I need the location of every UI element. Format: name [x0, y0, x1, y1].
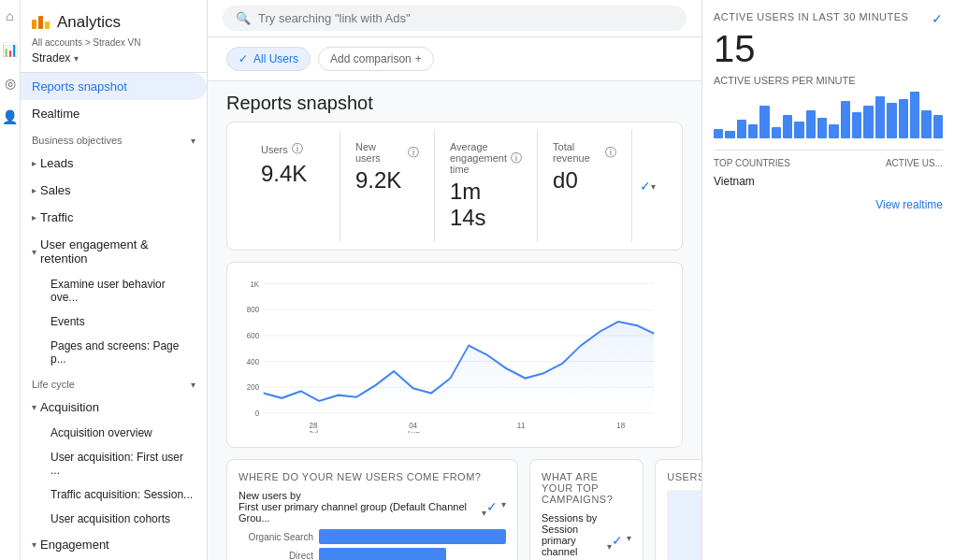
nav-sales[interactable]: ▸ Sales [21, 177, 207, 204]
mini-bar-13 [863, 106, 873, 138]
collapse-icon: ▾ [191, 136, 195, 146]
search-input[interactable] [258, 11, 673, 25]
metric-new-users-label: New users [355, 141, 404, 164]
country-row-vietnam: Vietnam [714, 172, 943, 191]
new-users-card: WHERE DO YOUR NEW USERS COME FROM? New u… [226, 459, 518, 560]
countries-header: TOP COUNTRIES ACTIVE US... [714, 158, 943, 168]
svg-text:0: 0 [255, 408, 260, 418]
metric-check-icon[interactable]: ✓ [640, 179, 651, 194]
mini-bar-5 [772, 127, 781, 138]
nav-examine-behavior[interactable]: Examine user behavior ove... [21, 272, 207, 309]
minus-icon-acq: ▾ [32, 402, 36, 412]
sidebar: Analytics All accounts > Stradex VN Stra… [21, 0, 208, 560]
top-campaigns-card: WHAT ARE YOUR TOP CAMPAIGNS? Sessions by… [529, 459, 643, 560]
svg-text:600: 600 [247, 330, 259, 340]
add-comparison-button[interactable]: Add comparison + [318, 47, 434, 71]
mini-bar-12 [852, 112, 861, 138]
metric-actions: ✓ ▾ [632, 130, 663, 242]
svg-rect-18 [667, 554, 701, 560]
expand-icon: ▸ [32, 212, 36, 223]
section-lifecycle[interactable]: Life cycle ▾ [21, 371, 207, 394]
svg-text:400: 400 [247, 356, 259, 366]
campaigns-subtitle: Sessions by Session primary channel grou… [542, 512, 612, 560]
bar-fill-0 [319, 529, 506, 544]
search-icon: 🔍 [236, 11, 251, 25]
mini-bar-1 [725, 131, 734, 138]
nav-user-acquisition-cohorts[interactable]: User acquisition cohorts [21, 507, 207, 531]
chart-icon[interactable]: 📊 [2, 41, 19, 58]
metric-dropdown-icon[interactable]: ▾ [651, 181, 656, 192]
new-users-dropdown-icon[interactable]: ▾ [501, 499, 506, 514]
mini-bar-7 [794, 122, 803, 138]
page-title: Reports snapshot [208, 81, 701, 122]
mini-bar-16 [899, 99, 908, 138]
chevron-down-icon: ▾ [74, 53, 79, 64]
bar-row-0: Organic Search [238, 529, 506, 544]
metric-users: Users ⓘ 9.4K [246, 130, 340, 242]
campaigns-check-icon[interactable]: ✓ [612, 533, 623, 548]
nav-pages-screens[interactable]: Pages and screens: Page p... [21, 334, 207, 371]
svg-text:1K: 1K [250, 279, 259, 289]
mini-bar-14 [875, 96, 885, 138]
section-business-objectives[interactable]: Business objectives ▾ [21, 127, 207, 150]
active-users-check-icon[interactable]: ✓ [932, 11, 944, 26]
new-users-card-title: WHERE DO YOUR NEW USERS COME FROM? [238, 471, 506, 482]
expand-icon: ▸ [32, 158, 36, 168]
topbar: 🔍 [208, 0, 701, 37]
nav-traffic[interactable]: ▸ Traffic [21, 204, 207, 231]
view-realtime-link[interactable]: View realtime [714, 191, 943, 211]
account-name-selector[interactable]: Stradex ▾ [32, 51, 195, 65]
svg-text:11: 11 [517, 420, 526, 430]
sidebar-header: Analytics All accounts > Stradex VN Stra… [21, 0, 207, 73]
nav-acquisition[interactable]: ▾ Acquisition [21, 394, 207, 421]
nav-events[interactable]: Events [21, 309, 207, 334]
nav-acquisition-overview[interactable]: Acquisition overview [21, 421, 207, 445]
metric-revenue: Total revenue ⓘ d0 [538, 130, 632, 242]
new-users-info-icon[interactable]: ⓘ [408, 145, 419, 161]
svg-text:800: 800 [247, 305, 259, 315]
collapse-icon-lifecycle: ▾ [191, 380, 195, 390]
users-info-icon[interactable]: ⓘ [292, 141, 303, 157]
app-title: Analytics [57, 13, 121, 32]
analytics-logo [32, 16, 50, 29]
nav-user-engagement[interactable]: ▾ User engagement & retention [21, 231, 207, 272]
nav-leads[interactable]: ▸ Leads [21, 150, 207, 177]
svg-text:Jul: Jul [309, 429, 318, 433]
new-users-check-icon[interactable]: ✓ [486, 499, 498, 514]
icon-bar: ⌂ 📊 ◎ 👤 [0, 0, 21, 560]
person-icon[interactable]: 👤 [2, 108, 19, 125]
filter-bar: ✓ All Users Add comparison + [208, 37, 701, 81]
nav-user-acquisition[interactable]: User acquisition: First user ... [21, 445, 207, 482]
home-icon[interactable]: ⌂ [2, 7, 19, 24]
chart-area: 1K 800 600 400 200 0 28 Jul 04 Aug 11 18 [226, 262, 683, 448]
search-box[interactable]: 🔍 [223, 6, 687, 31]
metric-revenue-value: d0 [553, 167, 616, 194]
nav-engagement[interactable]: ▾ Engagement [21, 531, 207, 558]
line-chart: 1K 800 600 400 200 0 28 Jul 04 Aug 11 18 [238, 274, 671, 433]
users-map-title: Users by Country [667, 471, 701, 482]
minus-icon-eng: ▾ [32, 539, 36, 550]
mini-bar-8 [806, 110, 816, 138]
all-users-filter[interactable]: ✓ All Users [226, 47, 311, 71]
campaigns-dropdown-icon[interactable]: ▾ [627, 533, 631, 548]
nav-traffic-acquisition[interactable]: Traffic acquisition: Session... [21, 482, 207, 507]
svg-text:18: 18 [616, 420, 625, 430]
metric-revenue-label: Total revenue [553, 141, 601, 164]
check-circle-icon: ✓ [238, 52, 248, 65]
engagement-info-icon[interactable]: ⓘ [511, 151, 522, 166]
mini-bar-3 [748, 124, 758, 138]
revenue-info-icon[interactable]: ⓘ [605, 145, 616, 161]
nav-reports-snapshot[interactable]: Reports snapshot [21, 73, 207, 100]
logo-area: Analytics [32, 7, 195, 37]
metric-engagement-time: Average engagement time ⓘ 1m 14s [435, 130, 538, 242]
mini-bar-10 [829, 124, 838, 138]
mini-bars [714, 92, 943, 138]
nav-realtime[interactable]: Realtime [21, 100, 207, 127]
country-name: Vietnam [714, 175, 755, 188]
mini-bar-17 [910, 92, 919, 138]
expand-icon: ▸ [32, 185, 36, 195]
new-users-subtitle: New users by First user primary channel … [238, 490, 486, 524]
target-icon[interactable]: ◎ [2, 75, 19, 92]
map-visual [667, 490, 701, 560]
metrics-grid: Users ⓘ 9.4K New users ⓘ 9.2K Average en… [226, 122, 683, 251]
